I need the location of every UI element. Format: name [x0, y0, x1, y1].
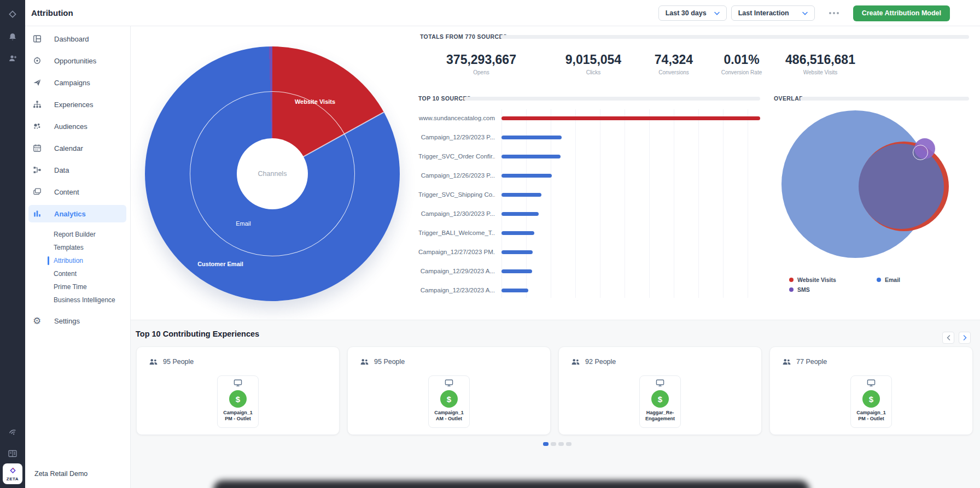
source-label[interactable]: Campaign_12/23/2023 A...	[418, 287, 495, 293]
source-bar[interactable]	[501, 193, 541, 197]
source-label[interactable]: Campaign_12/26/2023 P...	[418, 172, 495, 179]
date-range-value: Last 30 days	[666, 9, 707, 17]
source-bar[interactable]	[501, 231, 534, 235]
sidebar-sub-list: Report BuilderTemplatesAttributionConten…	[25, 224, 130, 310]
source-bar[interactable]	[501, 269, 532, 273]
source-bar[interactable]	[501, 155, 561, 158]
legend-label: Email	[885, 277, 900, 283]
monitor-icon	[640, 379, 680, 388]
sidebar-item-settings[interactable]: ⚙Settings	[25, 310, 130, 332]
sidebar-item-experiences[interactable]: Experiences	[25, 93, 130, 115]
experience-tile[interactable]: Campaign_1 PM - Outlet	[217, 375, 259, 428]
sidebar-item-campaigns[interactable]: Campaigns	[25, 72, 130, 93]
sidebar-nav: DashboardOpportunitiesCampaignsExperienc…	[25, 26, 130, 332]
channels-sunburst-chart[interactable]: Channels	[145, 46, 400, 301]
source-bar[interactable]	[501, 250, 533, 254]
sidebar-subitem-business-intelligence[interactable]: Business Intelligence	[25, 293, 130, 307]
people-icon	[571, 358, 580, 366]
source-row: Campaign_12/27/2023 PM...	[418, 248, 761, 256]
pagination-dot[interactable]	[551, 442, 556, 446]
signal-icon[interactable]	[0, 425, 25, 439]
source-label[interactable]: Campaign_12/27/2023 PM...	[418, 249, 495, 255]
source-row: Campaign_12/29/2023 P...	[418, 133, 761, 142]
source-label[interactable]: Campaign_12/29/2023 P...	[418, 134, 495, 140]
wedge-label-website-visits: Website Visits	[295, 98, 335, 105]
dollar-icon	[651, 390, 669, 408]
sidebar-subitem-content[interactable]: Content	[25, 267, 130, 280]
legend-item-website-visits: Website Visits	[789, 277, 836, 283]
icon-rail: ZETA	[0, 0, 25, 488]
experience-card[interactable]: 95 PeopleCampaign_1 AM - Outlet	[347, 346, 551, 435]
experience-card[interactable]: 95 PeopleCampaign_1 PM - Outlet	[136, 346, 340, 435]
source-label[interactable]: Campaign_12/29/2023 A...	[418, 268, 495, 274]
sunburst-center: Channels	[237, 138, 308, 209]
source-bar[interactable]	[501, 116, 760, 120]
people-icon	[782, 358, 791, 366]
sidebar-item-data[interactable]: Data	[25, 159, 130, 181]
experience-tile[interactable]: Campaign_1 PM - Outlet	[850, 375, 892, 428]
experience-tile[interactable]: Haggar_Re- Engagement	[639, 375, 681, 428]
sidebar-item-calendar[interactable]: Calendar	[25, 137, 130, 159]
experiences-section: Top 10 Contributing Experiences 95 Peopl…	[131, 320, 980, 488]
source-bar[interactable]	[501, 289, 528, 292]
carousel-next-button[interactable]	[959, 332, 971, 344]
sidebar-subitem-prime-time[interactable]: Prime Time	[25, 280, 130, 293]
top-sources-header: TOP 10 SOURCES	[418, 95, 471, 102]
experience-people-count: 95 People	[163, 358, 194, 366]
add-user-icon[interactable]	[0, 51, 25, 66]
audience-icon	[32, 122, 42, 131]
source-bar-track	[501, 289, 760, 292]
date-range-select[interactable]: Last 30 days	[658, 5, 727, 21]
sidebar-subitem-label: Templates	[54, 244, 84, 251]
hierarchy-icon	[32, 100, 42, 109]
legend-item-sms: SMS	[789, 286, 810, 293]
docs-book-icon[interactable]	[0, 446, 25, 461]
analytics-bars-icon	[32, 209, 42, 219]
source-label[interactable]: Trigger_SVC_Order Confir...	[418, 153, 495, 160]
sidebar-item-opportunities[interactable]: Opportunities	[25, 50, 130, 72]
experience-card[interactable]: 77 PeopleCampaign_1 PM - Outlet	[769, 346, 973, 435]
experience-card[interactable]: 92 PeopleHaggar_Re- Engagement	[558, 346, 762, 435]
sidebar-subitem-templates[interactable]: Templates	[25, 241, 130, 254]
sidebar-subitem-attribution[interactable]: Attribution	[25, 254, 130, 267]
pagination-dot[interactable]	[543, 442, 549, 446]
source-bar[interactable]	[501, 212, 539, 216]
experience-people: 95 People	[149, 358, 194, 366]
notifications-bell-icon[interactable]	[0, 30, 25, 44]
app-logo-diamond-icon[interactable]	[0, 7, 25, 21]
carousel-prev-button[interactable]	[942, 332, 954, 344]
source-label[interactable]: Trigger_SVC_Shipping Co...	[418, 191, 495, 198]
source-row: Trigger_BALI_Welcome_T...	[418, 228, 761, 237]
sidebar-subitem-report-builder[interactable]: Report Builder	[25, 228, 130, 241]
source-label[interactable]: Trigger_BALI_Welcome_T...	[418, 230, 495, 236]
active-indicator	[48, 256, 49, 265]
experience-tile[interactable]: Campaign_1 AM - Outlet	[428, 375, 470, 428]
people-icon	[149, 358, 158, 366]
sidebar-item-analytics[interactable]: Analytics	[28, 205, 126, 222]
source-row: Trigger_SVC_Shipping Co...	[418, 190, 761, 199]
stat-website-visits: 486,516,681Website Visits	[760, 52, 880, 75]
sidebar-item-content[interactable]: Content	[25, 181, 130, 203]
sidebar-item-label: Analytics	[54, 210, 86, 218]
source-label[interactable]: www.sundancecatalog.com	[418, 115, 495, 121]
pagination-dot[interactable]	[566, 442, 571, 446]
sidebar-subitem-label: Prime Time	[54, 283, 87, 291]
dollar-icon	[440, 390, 458, 408]
attribution-model-select[interactable]: Last Interaction	[731, 5, 815, 21]
sidebar-item-audiences[interactable]: Audiences	[25, 115, 130, 137]
pagination-dot[interactable]	[558, 442, 564, 446]
source-bar-track	[501, 212, 760, 216]
zeta-logo[interactable]: ZETA	[3, 463, 22, 484]
more-options-button[interactable]	[827, 7, 841, 20]
workspace-name[interactable]: Zeta Retail Demo	[34, 470, 88, 478]
source-bar[interactable]	[501, 174, 552, 178]
sidebar-item-dashboard[interactable]: Dashboard	[25, 28, 130, 50]
source-label[interactable]: Campaign_12/30/2023 P...	[418, 210, 495, 217]
attribution-model-value: Last Interaction	[738, 9, 789, 17]
sidebar-item-label: Content	[54, 188, 79, 196]
source-bar[interactable]	[501, 136, 562, 139]
create-attribution-model-button[interactable]: Create Attribution Model	[853, 5, 950, 21]
legend-dot-icon	[877, 278, 881, 282]
legend-label: Website Visits	[797, 277, 836, 283]
legend-item-email: Email	[877, 277, 900, 283]
